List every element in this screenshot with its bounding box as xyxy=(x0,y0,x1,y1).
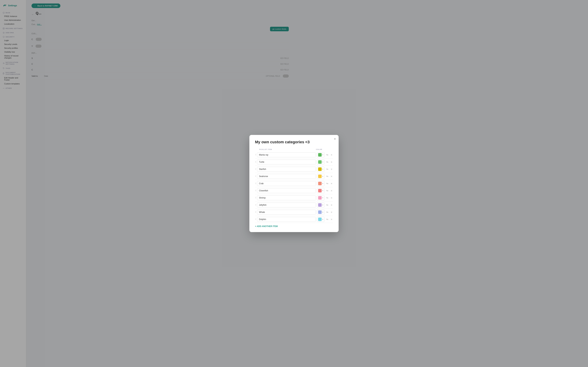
drag-handle-icon[interactable]: ⠿ xyxy=(255,168,256,170)
modal-overlay: × My own custom categories <3 PICKLIST I… xyxy=(0,0,294,184)
drag-handle-icon[interactable]: ⠿ xyxy=(255,175,256,178)
picklist-row: ⠿ ▾ ✕ xyxy=(255,180,294,184)
picklist-item-input[interactable] xyxy=(257,167,294,172)
col-header-item: PICKLIST ITEM xyxy=(259,149,294,150)
picklist-row: ⠿ ▾ ✕ xyxy=(255,158,294,166)
drag-handle-icon[interactable]: ⠿ xyxy=(255,161,256,163)
picklist-row: ⠿ ▾ ✕ xyxy=(255,173,294,180)
picklist-row: ⠿ ▾ ✕ xyxy=(255,166,294,173)
picklist-rows-container: ⠿ ▾ ✕ ⠿ ▾ xyxy=(255,151,294,184)
picklist-item-input[interactable] xyxy=(257,181,294,184)
modal: × My own custom categories <3 PICKLIST I… xyxy=(249,135,294,184)
modal-title: My own custom categories <3 xyxy=(255,140,294,144)
picklist-item-input[interactable] xyxy=(257,152,294,157)
picklist-header: PICKLIST ITEM COLOR xyxy=(255,147,294,151)
picklist-item-input[interactable] xyxy=(257,159,294,165)
drag-handle-icon[interactable]: ⠿ xyxy=(255,183,256,184)
drag-handle-icon[interactable]: ⠿ xyxy=(255,154,256,156)
picklist-item-input[interactable] xyxy=(257,174,294,179)
picklist-row: ⠿ ▾ ✕ xyxy=(255,151,294,158)
modal-body: PICKLIST ITEM COLOR ⠿ ▾ ✕ ⠿ xyxy=(249,147,294,184)
modal-header: My own custom categories <3 xyxy=(249,135,294,147)
